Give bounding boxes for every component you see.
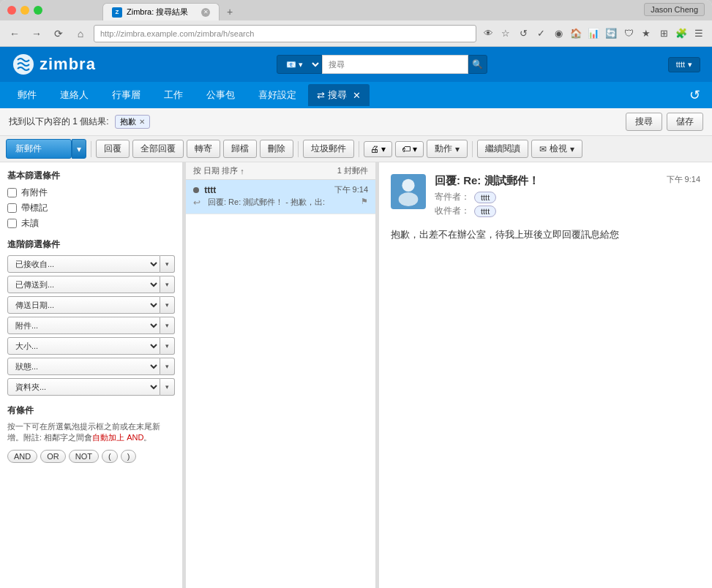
tab-search[interactable]: ⇄ 搜尋 ✕ bbox=[308, 84, 370, 106]
forward-button[interactable]: 轉寄 bbox=[187, 140, 220, 158]
traffic-lights[interactable] bbox=[7, 6, 42, 15]
basic-filter-title: 基本篩選條件 bbox=[7, 170, 175, 182]
size-dropdown[interactable]: ▾ bbox=[160, 337, 175, 355]
tab-mail[interactable]: 郵件 bbox=[6, 84, 48, 106]
attachment-select[interactable]: 附件... bbox=[7, 317, 160, 334]
eye-icon[interactable]: ◉ bbox=[551, 26, 566, 41]
reply-indicator-icon: ↩ bbox=[193, 197, 205, 209]
tab-briefcase[interactable]: 公事包 bbox=[195, 84, 247, 106]
size-select[interactable]: 大小... bbox=[7, 337, 160, 355]
tab-search-close[interactable]: ✕ bbox=[353, 90, 361, 101]
from-value[interactable]: tttt bbox=[474, 192, 496, 203]
menu-icon[interactable]: ☰ bbox=[692, 26, 706, 41]
search-tag[interactable]: 抱歉 ✕ bbox=[115, 115, 150, 129]
check-icon[interactable]: ✓ bbox=[533, 26, 548, 41]
received-from-select[interactable]: 已接收自... bbox=[7, 255, 160, 273]
tab-favicon: Z bbox=[112, 7, 122, 18]
new-mail-dropdown[interactable]: ▾ bbox=[72, 139, 86, 159]
header-search-area: 📧 ▾ 🔍 bbox=[277, 55, 487, 74]
star-icon[interactable]: ★ bbox=[639, 26, 653, 41]
home-button[interactable]: ⌂ bbox=[72, 25, 89, 42]
view-icon: ✉ bbox=[539, 144, 547, 154]
reply-button[interactable]: 回覆 bbox=[96, 140, 130, 158]
status-select[interactable]: 狀態... bbox=[7, 358, 160, 375]
archive-button[interactable]: 歸檔 bbox=[223, 140, 257, 158]
to-value[interactable]: tttt bbox=[474, 206, 496, 217]
sent-to-dropdown[interactable]: ▾ bbox=[160, 276, 175, 293]
sort-button[interactable]: 按 日期 排序 ↑ bbox=[193, 165, 244, 176]
or-button[interactable]: OR bbox=[40, 450, 66, 463]
search-execute-button[interactable]: 搜尋 bbox=[626, 113, 662, 131]
toolbar: 新郵件 ▾ 回覆 全部回覆 轉寄 歸檔 刪除 垃圾郵件 🖨 ▾ 🏷 ▾ 動作 ▾… bbox=[0, 136, 712, 162]
email-preview-text: 回覆: Re: 測試郵件！ - 抱歉，出: bbox=[208, 197, 356, 208]
unread-filter[interactable]: 未讀 bbox=[7, 217, 175, 230]
received-from-dropdown[interactable]: ▾ bbox=[160, 255, 175, 273]
unread-checkbox[interactable] bbox=[7, 219, 17, 228]
filter-size: 大小... ▾ bbox=[7, 337, 175, 355]
minimize-button[interactable] bbox=[20, 6, 29, 15]
search-type-select[interactable]: 📧 ▾ bbox=[277, 55, 322, 74]
filter-attachment: 附件... ▾ bbox=[7, 317, 175, 334]
has-attachment-checkbox[interactable] bbox=[7, 188, 17, 197]
sent-to-select[interactable]: 已傳送到... bbox=[7, 276, 160, 293]
flagged-filter[interactable]: 帶標記 bbox=[7, 202, 175, 214]
tab-contacts[interactable]: 連絡人 bbox=[48, 84, 100, 106]
not-button[interactable]: NOT bbox=[69, 450, 99, 463]
reload-button[interactable]: ⟳ bbox=[50, 25, 67, 42]
address-bar[interactable] bbox=[94, 25, 476, 42]
save-search-button[interactable]: 儲存 bbox=[667, 113, 703, 131]
tttt-menu[interactable]: tttt ▾ bbox=[668, 57, 700, 72]
status-dropdown[interactable]: ▾ bbox=[160, 358, 175, 375]
has-attachment-filter[interactable]: 有附件 bbox=[7, 186, 175, 199]
close-paren-button[interactable]: ) bbox=[121, 450, 137, 463]
email-list-item[interactable]: tttt 下午 9:14 ↩ 回覆: Re: 測試郵件！ - 抱歉，出: ⚑ bbox=[186, 180, 375, 214]
search-input-wrap: 📧 ▾ 🔍 bbox=[277, 55, 487, 74]
reload2-icon[interactable]: ↺ bbox=[516, 26, 531, 41]
forward-button[interactable]: → bbox=[28, 25, 45, 42]
refresh-button[interactable]: ↺ bbox=[683, 84, 706, 106]
tab-calendar[interactable]: 行事層 bbox=[100, 84, 152, 106]
browser-tab[interactable]: Z Zimbra: 搜尋結果 ✕ bbox=[102, 3, 220, 20]
spam-button[interactable]: 垃圾郵件 bbox=[303, 140, 354, 158]
from-label: 寄件者： bbox=[435, 191, 470, 203]
grid-icon[interactable]: ⊞ bbox=[656, 26, 671, 41]
flagged-checkbox[interactable] bbox=[7, 203, 17, 213]
reply-all-button[interactable]: 全部回覆 bbox=[132, 140, 184, 158]
new-tab-button[interactable]: + bbox=[220, 3, 240, 20]
open-paren-button[interactable]: ( bbox=[102, 450, 118, 463]
tag-button[interactable]: 🏷 ▾ bbox=[395, 141, 424, 157]
chart-icon[interactable]: 📊 bbox=[586, 26, 601, 41]
delete-button[interactable]: 刪除 bbox=[260, 140, 293, 158]
search-input[interactable] bbox=[322, 55, 468, 74]
maximize-button[interactable] bbox=[34, 6, 42, 15]
folder-select[interactable]: 資料夾... bbox=[7, 378, 160, 396]
toolbar-divider-4 bbox=[472, 141, 473, 157]
new-mail-button[interactable]: 新郵件 bbox=[6, 139, 72, 159]
attachment-dropdown[interactable]: ▾ bbox=[160, 317, 175, 334]
print-button[interactable]: 🖨 ▾ bbox=[364, 141, 392, 157]
close-button[interactable] bbox=[7, 6, 16, 15]
puzzle-icon[interactable]: 🧩 bbox=[674, 26, 689, 41]
house-icon[interactable]: 🏠 bbox=[569, 26, 583, 41]
avatar-image bbox=[395, 177, 421, 206]
send-date-select[interactable]: 傳送日期... bbox=[7, 296, 160, 314]
and-button[interactable]: AND bbox=[7, 450, 37, 463]
back-button[interactable]: ← bbox=[6, 25, 23, 42]
new-mail-label: 新郵件 bbox=[15, 143, 42, 155]
tab-close-button[interactable]: ✕ bbox=[201, 8, 210, 17]
search-tag-close[interactable]: ✕ bbox=[139, 118, 145, 126]
tab-tasks[interactable]: 工作 bbox=[152, 84, 195, 106]
folder-dropdown[interactable]: ▾ bbox=[160, 378, 175, 396]
reader-icon[interactable]: 👁 bbox=[481, 26, 495, 41]
search-button[interactable]: 🔍 bbox=[468, 55, 487, 74]
bookmark-icon[interactable]: ☆ bbox=[498, 26, 513, 41]
refresh-icon[interactable]: 🔄 bbox=[604, 26, 618, 41]
send-date-dropdown[interactable]: ▾ bbox=[160, 296, 175, 314]
view-button[interactable]: ✉ 檢視 ▾ bbox=[531, 140, 582, 158]
svg-point-1 bbox=[402, 179, 414, 192]
actions-button[interactable]: 動作 ▾ bbox=[427, 140, 468, 158]
shield-icon[interactable]: 🛡 bbox=[621, 26, 636, 41]
read-on-button[interactable]: 繼續閱讀 bbox=[477, 140, 528, 158]
tab-preferences[interactable]: 喜好設定 bbox=[247, 84, 308, 106]
email-subject: 回覆: Re: 測試郵件！ bbox=[435, 174, 667, 188]
